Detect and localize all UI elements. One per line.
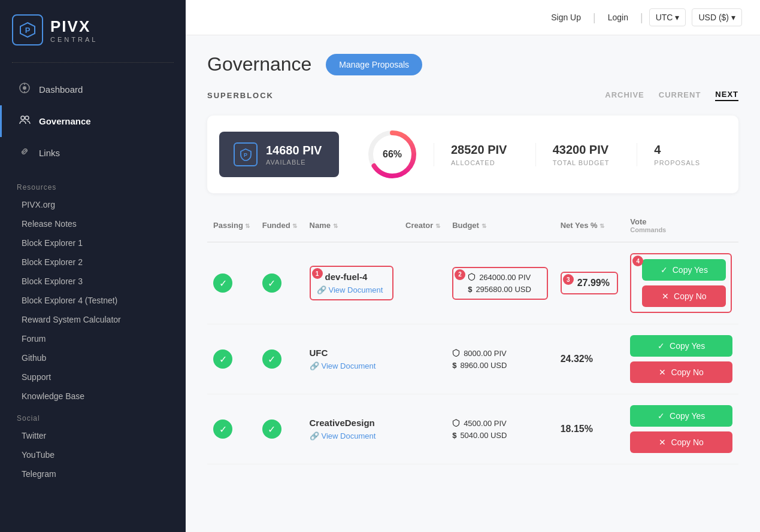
sidebar-link-pivxorg[interactable]: PIVX.org	[0, 195, 186, 214]
copy-yes-button-1[interactable]: ✓ Copy Yes	[642, 259, 726, 281]
sidebar-link-youtube[interactable]: YouTube	[0, 445, 186, 464]
proposals-stat: 4 PROPOSALS	[637, 143, 738, 166]
th-funded: Funded ⇅	[256, 212, 304, 242]
sidebar-link-rewardsystem[interactable]: Reward System Calculator	[0, 310, 186, 329]
checkmark-icon-3: ✓	[658, 411, 665, 421]
funded-sort-icon[interactable]: ⇅	[292, 223, 297, 229]
link-icon-1: 🔗	[317, 285, 326, 294]
vote-commands-1: ✓ Copy Yes ✕ Copy No	[636, 259, 726, 307]
view-document-link-3[interactable]: 🔗 View Document	[310, 431, 394, 440]
sidebar-item-links[interactable]: Links	[0, 137, 186, 169]
page-content: Governance Manage Proposals SUPERBLOCK A…	[186, 35, 760, 482]
sidebar-link-blockexplorer4[interactable]: Block Explorer 4 (Testnet)	[0, 291, 186, 310]
sidebar-link-github[interactable]: Github	[0, 348, 186, 367]
brand-name: PIVX	[50, 17, 98, 36]
total-budget-stat: 43200 PIV TOTAL BUDGET	[535, 143, 637, 166]
tab-next[interactable]: NEXT	[715, 90, 738, 101]
table-header-row: Passing ⇅ Funded ⇅ Name ⇅ Creator ⇅	[207, 212, 738, 242]
badge-2: 2	[455, 269, 465, 280]
passing-sort-icon[interactable]: ⇅	[245, 223, 250, 229]
allocated-amount: 28520 PIV	[451, 143, 519, 157]
checkmark-icon-2: ✓	[658, 341, 665, 351]
badge-3: 3	[563, 274, 574, 285]
utc-chevron-icon: ▾	[675, 13, 679, 22]
copy-yes-button-2[interactable]: ✓ Copy Yes	[630, 335, 732, 357]
signup-link[interactable]: Sign Up	[545, 9, 587, 26]
budget-piv-2: 8000.00 PIV	[452, 349, 549, 358]
links-icon	[19, 145, 31, 160]
dollar-icon-2: $	[452, 361, 456, 370]
sidebar-link-knowledgebase[interactable]: Knowledge Base	[0, 387, 186, 406]
vote-commands-3: ✓ Copy Yes ✕ Copy No	[630, 405, 732, 453]
th-budget-label: Budget	[452, 221, 479, 230]
available-label: AVAILABLE	[266, 159, 322, 166]
creator-sort-icon[interactable]: ⇅	[435, 223, 440, 229]
stats-card: P 14680 PIV AVAILABLE	[207, 115, 738, 193]
net-yes-value-1: 27.99%	[569, 278, 610, 288]
usd-dropdown[interactable]: USD ($) ▾	[692, 8, 742, 26]
login-link[interactable]: Login	[602, 9, 634, 26]
row3-creator	[399, 394, 446, 464]
svg-point-7	[25, 116, 29, 120]
netyes-sort-icon[interactable]: ⇅	[599, 223, 604, 229]
copy-no-label-2: Copy No	[671, 367, 703, 377]
proposals-table: Passing ⇅ Funded ⇅ Name ⇅ Creator ⇅	[207, 212, 738, 464]
sidebar-item-governance[interactable]: Governance	[0, 105, 186, 137]
logo-area: P PIVX CENTRAL	[0, 0, 186, 57]
copy-yes-button-3[interactable]: ✓ Copy Yes	[630, 405, 732, 427]
dollar-icon-1: $	[468, 285, 472, 294]
svg-text:P: P	[244, 152, 247, 158]
page-title: Governance	[207, 53, 311, 75]
link-icon-3: 🔗	[310, 431, 319, 440]
topbar-sep2: |	[640, 11, 643, 24]
sidebar-item-dashboard[interactable]: Dashboard	[0, 74, 186, 105]
sidebar-link-blockexplorer3[interactable]: Block Explorer 3	[0, 272, 186, 291]
superblock-label: SUPERBLOCK	[207, 91, 274, 100]
sidebar-link-releasenotes[interactable]: Release Notes	[0, 214, 186, 233]
manage-proposals-button[interactable]: Manage Proposals	[326, 54, 422, 75]
row2-budget: 8000.00 PIV $ 8960.00 USD	[446, 324, 555, 394]
copy-no-button-2[interactable]: ✕ Copy No	[630, 361, 732, 383]
th-vote: Vote Commands	[624, 212, 738, 242]
x-icon-3: ✕	[659, 437, 666, 447]
view-doc-label-3: View Document	[322, 431, 376, 440]
tab-current[interactable]: CURRENT	[659, 90, 701, 101]
sidebar-link-forum[interactable]: Forum	[0, 329, 186, 348]
funded-check-icon-3: ✓	[262, 419, 281, 439]
budget-usd-1: $ 295680.00 USD	[459, 285, 541, 294]
sidebar-link-blockexplorer2[interactable]: Block Explorer 2	[0, 253, 186, 272]
logo-icon: P	[12, 14, 43, 45]
name-sort-icon[interactable]: ⇅	[333, 223, 338, 229]
tab-archive[interactable]: ARCHIVE	[605, 90, 644, 101]
utc-dropdown[interactable]: UTC ▾	[649, 8, 686, 26]
sidebar-link-telegram[interactable]: Telegram	[0, 464, 186, 484]
main-nav: Dashboard Governance Links	[0, 68, 186, 175]
copy-no-label-1: Copy No	[674, 291, 706, 301]
table-row: ✓ ✓ UFC 🔗 View Document	[207, 324, 738, 394]
social-section-label: Social	[0, 406, 186, 426]
view-doc-label-2: View Document	[322, 361, 376, 370]
topbar-sep1: |	[593, 11, 596, 24]
sidebar-link-twitter[interactable]: Twitter	[0, 426, 186, 445]
view-document-link-1[interactable]: 🔗 View Document	[317, 285, 386, 294]
svg-point-3	[23, 86, 26, 90]
view-document-link-2[interactable]: 🔗 View Document	[310, 361, 394, 370]
utc-label: UTC	[656, 13, 673, 22]
dashboard-label: Dashboard	[39, 84, 83, 95]
table-row: ✓ ✓ CreativeDesign 🔗 View Document	[207, 394, 738, 464]
svg-text:P: P	[25, 26, 31, 35]
sidebar-link-support[interactable]: Support	[0, 367, 186, 387]
sidebar-link-blockexplorer1[interactable]: Block Explorer 1	[0, 233, 186, 253]
budget-piv-value-1: 264000.00 PIV	[479, 273, 531, 282]
copy-no-button-3[interactable]: ✕ Copy No	[630, 431, 732, 453]
copy-no-button-1[interactable]: ✕ Copy No	[642, 285, 726, 307]
row3-budget: 4500.00 PIV $ 5040.00 USD	[446, 394, 555, 464]
superblock-section: SUPERBLOCK ARCHIVE CURRENT NEXT	[207, 90, 738, 101]
total-budget-label: TOTAL BUDGET	[553, 159, 620, 166]
budget-sort-icon[interactable]: ⇅	[482, 223, 486, 229]
row3-name: CreativeDesign 🔗 View Document	[304, 394, 400, 464]
budget-usd-value-2: 8960.00 USD	[460, 361, 507, 370]
row3-funded: ✓	[256, 394, 304, 464]
passing-check-icon-3: ✓	[213, 419, 232, 439]
th-creator: Creator ⇅	[399, 212, 446, 242]
